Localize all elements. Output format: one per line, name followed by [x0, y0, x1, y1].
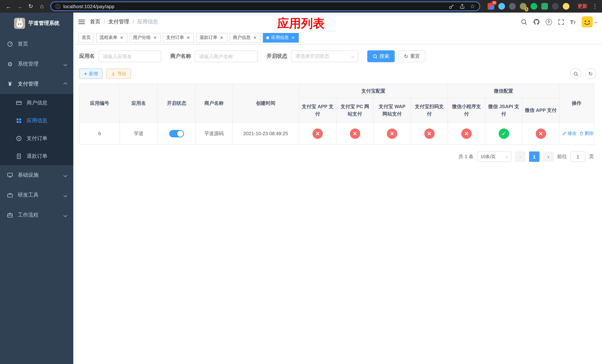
status-select[interactable]: 请选择开启状态: [291, 50, 358, 62]
home-icon[interactable]: [37, 1, 47, 11]
password-key-icon[interactable]: [449, 3, 454, 9]
extension-dark-icon[interactable]: [509, 3, 516, 10]
page-size-select[interactable]: 10条/页: [477, 151, 511, 162]
col-header-wechat-jsapi: 微信 JSAPI 支付: [485, 98, 522, 122]
sidebar-item-merchant-info[interactable]: 商户信息: [0, 94, 73, 112]
reset-button[interactable]: 重置: [398, 50, 425, 62]
help-icon[interactable]: [546, 19, 552, 25]
bookmark-star-icon[interactable]: [470, 3, 475, 10]
extension-emoji-icon[interactable]: [563, 3, 570, 10]
share-icon[interactable]: [459, 3, 465, 9]
collapse-menu-icon[interactable]: [78, 19, 85, 25]
col-group-alipay: 支付宝配置: [299, 84, 448, 98]
close-icon[interactable]: [291, 35, 295, 40]
table-toolbar: 新增 导出: [79, 68, 596, 79]
forward-icon[interactable]: [15, 1, 24, 11]
extension-avatar-icon[interactable]: 1: [520, 3, 527, 10]
sidebar-item-pay-order[interactable]: ¥ 支付订单: [0, 130, 73, 147]
status-toggle[interactable]: [169, 130, 184, 137]
page-number-button[interactable]: 1: [529, 151, 539, 162]
alipay-app-status-icon: [312, 128, 323, 139]
extension-wechat-icon[interactable]: [531, 3, 537, 10]
close-icon[interactable]: [219, 35, 224, 40]
sidebar-item-label: 研发工具: [18, 192, 39, 198]
sidebar-item-label: 支付订单: [27, 135, 47, 142]
tab-home[interactable]: 首页: [78, 33, 94, 43]
close-icon[interactable]: [186, 35, 191, 40]
extension-blue-icon[interactable]: [498, 3, 505, 10]
chevron-down-icon: [64, 193, 67, 197]
extension-doc-icon[interactable]: [541, 3, 548, 10]
edit-button[interactable]: 修改: [562, 130, 576, 137]
back-icon[interactable]: [4, 1, 13, 11]
col-header-created: 创建时间: [232, 84, 299, 122]
tab-user-group[interactable]: 用户分组: [129, 33, 161, 43]
close-icon[interactable]: [152, 35, 157, 40]
tab-merchant-info[interactable]: 商户信息: [230, 33, 261, 43]
breadcrumb-payment[interactable]: 支付管理: [108, 19, 129, 25]
tab-process-form[interactable]: 流程表单: [96, 33, 127, 43]
goto-page-input[interactable]: [570, 151, 585, 162]
yen-icon: [7, 81, 13, 87]
sidebar-item-refund-order[interactable]: 退款订单: [0, 147, 73, 165]
refresh-table-button[interactable]: [585, 68, 596, 79]
logo-avatar: [14, 18, 25, 29]
col-header-alipay-qr: 支付宝扫码支付: [411, 98, 448, 122]
close-icon[interactable]: [119, 35, 124, 40]
chevron-down-icon: [506, 155, 508, 158]
sidebar-item-infrastructure[interactable]: 基础设施: [0, 165, 73, 185]
user-menu[interactable]: [582, 16, 597, 27]
svg-text:¥: ¥: [18, 137, 20, 140]
search-icon[interactable]: [521, 19, 527, 25]
site-info-icon[interactable]: [55, 3, 60, 10]
tab-refund-order[interactable]: 退款订单: [196, 33, 227, 43]
extension-pinwheel-icon[interactable]: [552, 3, 559, 10]
sidebar-item-workflow[interactable]: 工作流程: [0, 205, 73, 225]
app-title: 芋道管理系统: [28, 20, 59, 27]
tab-app-info[interactable]: 应用信息: [263, 33, 299, 43]
search-button[interactable]: 搜索: [367, 50, 395, 62]
sidebar-item-payment[interactable]: 支付管理: [0, 74, 73, 94]
col-header-app-id: 应用编号: [79, 84, 120, 122]
address-bar[interactable]: localhost:1024/pay/app: [50, 1, 480, 11]
chevron-up-icon: [64, 82, 67, 86]
wechat-app-status-icon: [536, 128, 546, 139]
app-name-input[interactable]: [98, 50, 161, 62]
tab-pay-order[interactable]: 支付订单: [163, 33, 194, 43]
prev-page-button[interactable]: [515, 151, 525, 162]
chrome-update-button[interactable]: 更新: [575, 1, 590, 11]
cell-merchant: 芋道源码: [196, 122, 232, 145]
export-button[interactable]: 导出: [106, 68, 131, 79]
sidebar-item-home[interactable]: 首页: [0, 34, 73, 54]
merchant-name-label: 商户名称: [170, 53, 191, 60]
sidebar-item-system[interactable]: 系统管理: [0, 54, 73, 74]
reload-icon[interactable]: [26, 1, 35, 11]
breadcrumb-home[interactable]: 首页: [90, 19, 100, 25]
page-content: 应用名 商户名称 开启状态 请选择开启状态: [73, 44, 602, 364]
grid-icon: [16, 118, 22, 124]
add-button[interactable]: 新增: [79, 68, 103, 79]
app-logo[interactable]: 芋道管理系统: [0, 13, 73, 34]
fullscreen-icon[interactable]: [558, 19, 564, 25]
sidebar-item-label: 支付管理: [18, 81, 39, 87]
github-icon[interactable]: [533, 19, 540, 25]
merchant-name-input[interactable]: [195, 50, 258, 62]
sidebar-item-app-info[interactable]: 应用信息: [0, 112, 73, 130]
sidebar-item-label: 工作流程: [18, 212, 39, 218]
next-page-button[interactable]: [543, 151, 553, 162]
extension-grid-icon[interactable]: 10: [488, 3, 494, 10]
delete-button[interactable]: 删除: [580, 130, 593, 137]
toggle-search-button[interactable]: [570, 68, 581, 79]
browser-menu-icon[interactable]: [592, 3, 598, 10]
status-label: 开启状态: [267, 53, 287, 60]
sidebar-item-label: 基础设施: [18, 172, 39, 179]
sidebar-item-devtools[interactable]: 研发工具: [0, 185, 73, 205]
alipay-qr-status-icon: [424, 128, 434, 139]
pagination: 共 1 条 10条/页 1 前往 页: [79, 151, 594, 162]
table-row: 6 芋道 芋道源码 2021-10-23 08:49:25: [79, 122, 594, 145]
close-icon[interactable]: [252, 35, 257, 40]
url-text: localhost:1024/pay/app: [63, 3, 114, 9]
font-size-icon[interactable]: T: [570, 19, 576, 25]
col-header-alipay-pc: 支付宝 PC 网站支付: [336, 98, 373, 122]
user-avatar: [582, 16, 593, 27]
